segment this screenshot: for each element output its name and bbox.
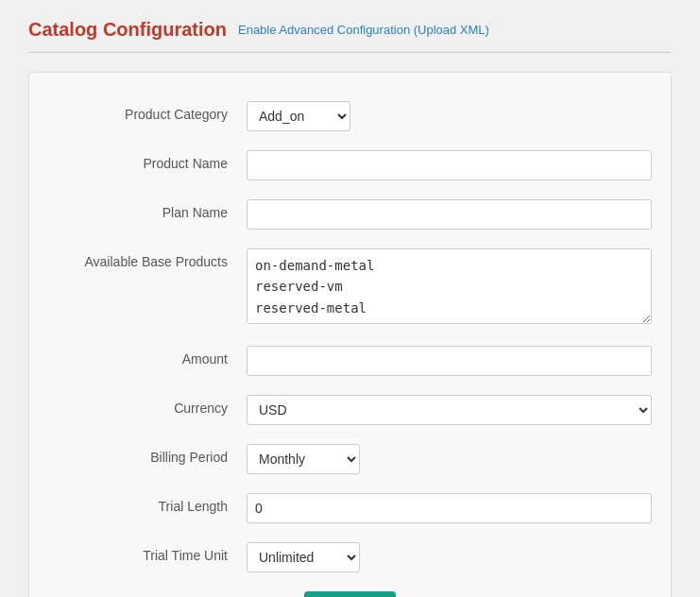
available-base-products-control: on-demand-metal reserved-vm reserved-met…	[247, 248, 652, 327]
trial-time-unit-label: Trial Time Unit	[48, 542, 247, 563]
button-row: SAVE	[48, 591, 652, 597]
trial-length-label: Trial Length	[48, 493, 247, 514]
page-container: Catalog Configuration Enable Advanced Co…	[0, 0, 700, 597]
billing-period-select[interactable]: Monthly Yearly Weekly	[247, 444, 360, 474]
product-category-control: Add_on Base	[247, 101, 652, 131]
plan-name-row: Plan Name	[48, 199, 652, 230]
billing-period-control: Monthly Yearly Weekly	[247, 444, 652, 474]
amount-control	[247, 346, 652, 376]
product-category-label: Product Category	[48, 101, 247, 122]
product-name-label: Product Name	[48, 150, 247, 171]
trial-length-control	[247, 493, 652, 523]
plan-name-label: Plan Name	[48, 199, 247, 220]
trial-time-unit-row: Trial Time Unit Unlimited Days Months	[48, 542, 652, 572]
page-title: Catalog Configuration	[28, 19, 227, 41]
currency-label: Currency	[48, 395, 247, 416]
trial-time-unit-select[interactable]: Unlimited Days Months	[247, 542, 360, 572]
plan-name-input[interactable]	[247, 199, 652, 230]
product-name-input[interactable]	[247, 150, 652, 180]
amount-input[interactable]	[247, 346, 652, 376]
available-base-products-textarea[interactable]: on-demand-metal reserved-vm reserved-met…	[247, 248, 652, 324]
billing-period-label: Billing Period	[48, 444, 247, 465]
currency-select[interactable]: USD EUR GBP	[247, 395, 652, 425]
save-button[interactable]: SAVE	[304, 591, 396, 597]
billing-period-row: Billing Period Monthly Yearly Weekly	[48, 444, 652, 474]
available-base-products-label: Available Base Products	[48, 248, 247, 269]
trial-time-unit-control: Unlimited Days Months	[247, 542, 652, 572]
amount-row: Amount	[48, 346, 652, 376]
amount-label: Amount	[48, 346, 247, 367]
advanced-config-link[interactable]: Enable Advanced Configuration (Upload XM…	[238, 23, 489, 37]
page-header: Catalog Configuration Enable Advanced Co…	[28, 19, 672, 53]
product-category-select[interactable]: Add_on Base	[247, 101, 350, 131]
trial-length-input[interactable]	[247, 493, 652, 523]
form-container: Product Category Add_on Base Product Nam…	[28, 72, 672, 597]
currency-control: USD EUR GBP	[247, 395, 652, 425]
plan-name-control	[247, 199, 652, 230]
product-name-control	[247, 150, 652, 180]
product-name-row: Product Name	[48, 150, 652, 180]
available-base-products-row: Available Base Products on-demand-metal …	[48, 248, 652, 327]
currency-row: Currency USD EUR GBP	[48, 395, 652, 425]
product-category-row: Product Category Add_on Base	[48, 101, 652, 131]
trial-length-row: Trial Length	[48, 493, 652, 523]
